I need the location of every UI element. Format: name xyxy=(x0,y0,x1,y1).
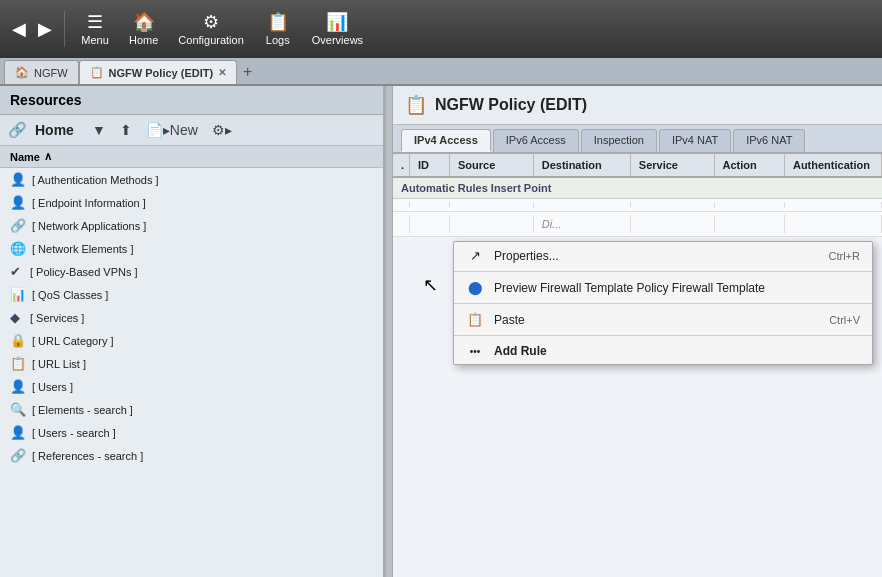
home-label: Home xyxy=(129,34,158,46)
logs-icon: 📋 xyxy=(267,13,289,31)
sidebar-actions: 🔗 Home ▼ ⬆ 📄▸New ⚙▸ xyxy=(0,115,383,146)
sidebar-list-item[interactable]: 🌐[ Network Elements ] xyxy=(0,237,383,260)
paste-icon: 📋 xyxy=(466,312,484,327)
sidebar-item-label: [ Policy-Based VPNs ] xyxy=(30,266,138,278)
content-header: 📋 NGFW Policy (EDIT) xyxy=(393,86,882,125)
insert-point-row[interactable]: Automatic Rules Insert Point xyxy=(393,178,882,199)
sidebar-column-header: Name ∧ xyxy=(0,146,383,168)
sidebar-new-button[interactable]: 📄▸New xyxy=(142,120,202,140)
sidebar-settings-button[interactable]: ⚙▸ xyxy=(208,120,236,140)
sidebar-sort-icon: ∧ xyxy=(44,150,52,163)
sidebar-list-item[interactable]: ✔[ Policy-Based VPNs ] xyxy=(0,260,383,283)
policy-tab[interactable]: IPv6 Access xyxy=(493,129,579,152)
add-rule-icon: ••• xyxy=(466,346,484,357)
sidebar-home-label: Home xyxy=(35,122,74,138)
overviews-button[interactable]: 📊 Overviews xyxy=(304,9,371,50)
sidebar-link-icon: 🔗 xyxy=(8,121,27,139)
table-header: . ID Source Destination Service Action A… xyxy=(393,154,882,178)
table-row[interactable] xyxy=(393,199,882,212)
sidebar-list-item[interactable]: 📊[ QoS Classes ] xyxy=(0,283,383,306)
row-destination xyxy=(534,202,631,208)
logs-button[interactable]: 📋 Logs xyxy=(256,9,300,50)
overviews-icon: 📊 xyxy=(326,13,348,31)
sidebar-item-icon: ✔ xyxy=(10,264,24,279)
menu-icon: ☰ xyxy=(87,13,103,31)
properties-icon: ↗ xyxy=(466,248,484,263)
sidebar-list-item[interactable]: 🔒[ URL Category ] xyxy=(0,329,383,352)
tab-ngfw-policy[interactable]: 📋 NGFW Policy (EDIT) ✕ xyxy=(79,60,238,84)
sidebar-list-item[interactable]: 👤[ Endpoint Information ] xyxy=(0,191,383,214)
properties-label: Properties... xyxy=(494,249,559,263)
row-action xyxy=(715,202,785,208)
sidebar-item-label: [ Network Elements ] xyxy=(32,243,133,255)
sidebar-item-icon: 👤 xyxy=(10,379,26,394)
sidebar-list-item[interactable]: ◆[ Services ] xyxy=(0,306,383,329)
context-menu-preview-firewall[interactable]: ⬤ Preview Firewall Template Policy Firew… xyxy=(454,274,872,301)
table-content: Automatic Rules Insert Point Di... xyxy=(393,178,882,577)
sidebar-list-item[interactable]: 🔍[ Elements - search ] xyxy=(0,398,383,421)
row2-action xyxy=(715,215,785,233)
configuration-button[interactable]: ⚙ Configuration xyxy=(170,9,251,50)
sidebar-list-item[interactable]: 🔗[ References - search ] xyxy=(0,444,383,467)
sidebar-item-label: [ Services ] xyxy=(30,312,84,324)
sidebar-list-item[interactable]: 👤[ Authentication Methods ] xyxy=(0,168,383,191)
tab-ngfw[interactable]: 🏠 NGFW xyxy=(4,60,79,84)
col-dot: . xyxy=(393,154,410,176)
menu-button[interactable]: ☰ Menu xyxy=(73,9,117,50)
policy-tab[interactable]: Inspection xyxy=(581,129,657,152)
col-auth: Authentication xyxy=(785,154,882,176)
sidebar-item-label: [ References - search ] xyxy=(32,450,143,462)
sidebar-list-item[interactable]: 👤[ Users ] xyxy=(0,375,383,398)
paste-shortcut: Ctrl+V xyxy=(829,314,860,326)
toolbar: ◀ ▶ ☰ Menu 🏠 Home ⚙ Configuration 📋 Logs… xyxy=(0,0,882,58)
properties-shortcut: Ctrl+R xyxy=(829,250,860,262)
context-menu-add-rule[interactable]: ••• Add Rule xyxy=(454,338,872,364)
forward-button[interactable]: ▶ xyxy=(34,16,56,42)
row2-auth xyxy=(785,215,882,233)
tab-add-button[interactable]: + xyxy=(237,60,258,84)
tab-close-button[interactable]: ✕ xyxy=(218,67,226,78)
policy-tab[interactable]: IPv4 Access xyxy=(401,129,491,152)
table-row-2[interactable]: Di... xyxy=(393,212,882,237)
row-dot xyxy=(393,202,410,208)
sidebar-export-button[interactable]: ⬆ xyxy=(116,120,136,140)
col-service: Service xyxy=(631,154,715,176)
sidebar-item-icon: 👤 xyxy=(10,172,26,187)
sidebar-header: Resources xyxy=(0,86,383,115)
home-button[interactable]: 🏠 Home xyxy=(121,9,166,50)
row-service xyxy=(631,202,715,208)
sidebar-item-label: [ URL Category ] xyxy=(32,335,114,347)
col-action: Action xyxy=(715,154,785,176)
insert-point-label: Automatic Rules Insert Point xyxy=(401,182,551,194)
row2-id xyxy=(410,215,450,233)
sidebar-item-icon: 👤 xyxy=(10,425,26,440)
tab-ngfw-icon: 🏠 xyxy=(15,66,29,79)
sidebar-item-label: [ Elements - search ] xyxy=(32,404,133,416)
policy-tab[interactable]: IPv6 NAT xyxy=(733,129,805,152)
sidebar-item-label: [ URL List ] xyxy=(32,358,86,370)
sidebar-item-label: [ Network Applications ] xyxy=(32,220,146,232)
menu-separator-2 xyxy=(454,303,872,304)
context-menu-paste[interactable]: 📋 Paste Ctrl+V xyxy=(454,306,872,333)
toolbar-separator-1 xyxy=(64,11,65,47)
sidebar-list-item[interactable]: 🔗[ Network Applications ] xyxy=(0,214,383,237)
row-id xyxy=(410,202,450,208)
sidebar-item-icon: 📋 xyxy=(10,356,26,371)
tab-bar: 🏠 NGFW 📋 NGFW Policy (EDIT) ✕ + xyxy=(0,58,882,86)
sidebar-list-item[interactable]: 📋[ URL List ] xyxy=(0,352,383,375)
sidebar-item-label: [ Users - search ] xyxy=(32,427,116,439)
back-button[interactable]: ◀ xyxy=(8,16,30,42)
configuration-label: Configuration xyxy=(178,34,243,46)
sidebar-item-label: [ Authentication Methods ] xyxy=(32,174,159,186)
sidebar-list-item[interactable]: 👤[ Users - search ] xyxy=(0,421,383,444)
sidebar-item-label: [ Users ] xyxy=(32,381,73,393)
paste-label: Paste xyxy=(494,313,525,327)
context-menu-properties[interactable]: ↗ Properties... Ctrl+R xyxy=(454,242,872,269)
sidebar-resize-handle[interactable] xyxy=(385,86,393,577)
tab-ngfw-label: NGFW xyxy=(34,67,68,79)
sidebar-col-name: Name xyxy=(10,151,40,163)
logs-label: Logs xyxy=(266,34,290,46)
policy-tab[interactable]: IPv4 NAT xyxy=(659,129,731,152)
sidebar-filter-button[interactable]: ▼ xyxy=(88,120,110,140)
sidebar-item-icon: ◆ xyxy=(10,310,24,325)
